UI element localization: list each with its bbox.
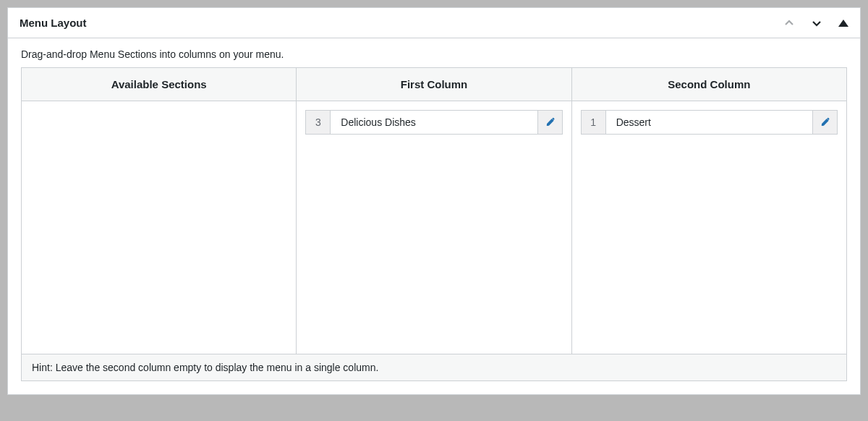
chevron-up-icon[interactable] [783,17,795,29]
panel-title: Menu Layout [20,17,783,29]
section-label[interactable]: Delicious Dishes [331,111,537,134]
pencil-icon [545,117,556,128]
panel-body: Drag-and-drop Menu Sections into columns… [8,38,860,394]
section-item[interactable]: 3 Delicious Dishes [305,110,562,135]
panel-header-controls [783,17,848,29]
col-header-second: Second Column [571,68,846,101]
panel-header: Menu Layout [8,8,860,38]
available-sections-dropzone[interactable] [22,101,297,354]
edit-section-button[interactable] [812,111,837,134]
collapse-toggle-icon[interactable] [838,20,848,27]
second-column-dropzone[interactable]: 1 Dessert [571,101,846,354]
layout-table: Available Sections First Column Second C… [21,67,847,381]
edit-section-button[interactable] [537,111,562,134]
chevron-down-icon[interactable] [811,17,822,29]
section-count-badge: 1 [582,111,606,134]
section-item[interactable]: 1 Dessert [581,110,838,135]
section-label[interactable]: Dessert [606,111,812,134]
pencil-icon [820,117,830,128]
first-column-dropzone[interactable]: 3 Delicious Dishes [297,101,571,354]
hint-text: Hint: Leave the second column empty to d… [22,354,847,381]
section-count-badge: 3 [306,111,331,134]
col-header-first: First Column [297,68,571,101]
menu-layout-panel: Menu Layout Drag-and-drop Menu Sections … [7,7,861,395]
col-header-available: Available Sections [22,68,297,101]
instructions-text: Drag-and-drop Menu Sections into columns… [21,48,847,60]
